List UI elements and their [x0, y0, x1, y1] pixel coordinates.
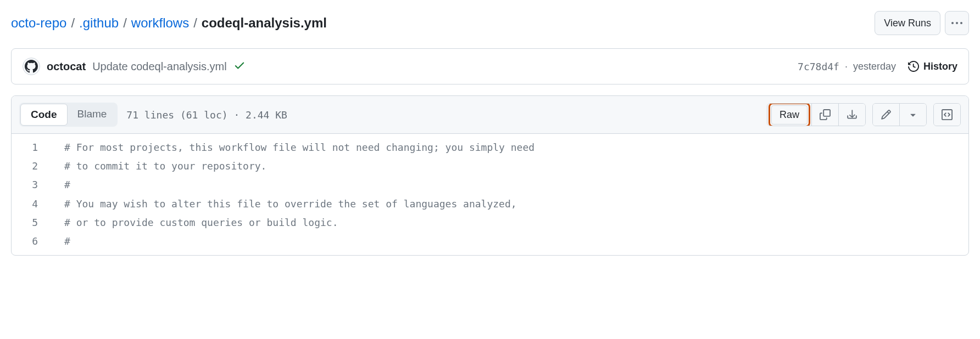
- octocat-icon: [25, 60, 38, 73]
- breadcrumb-separator: /: [121, 15, 129, 31]
- line-number[interactable]: 2: [12, 157, 55, 176]
- line-number[interactable]: 3: [12, 176, 55, 194]
- copy-icon: [820, 109, 831, 120]
- code-symbols-icon: [942, 109, 953, 120]
- breadcrumb: octo-repo / .github / workflows / codeql…: [11, 15, 327, 31]
- code-blame-tabs: Code Blame: [19, 103, 118, 127]
- page-header: octo-repo / .github / workflows / codeql…: [11, 11, 969, 35]
- breadcrumb-repo[interactable]: octo-repo: [11, 15, 66, 31]
- tab-code[interactable]: Code: [20, 104, 68, 126]
- raw-highlight-outline: Raw: [769, 103, 810, 126]
- line-content: # For most projects, this workflow file …: [55, 138, 534, 157]
- file-toolbar: Code Blame 71 lines (61 loc) · 2.44 KB R…: [12, 96, 968, 134]
- code-line: 5# or to provide custom queries or build…: [12, 213, 968, 232]
- raw-copy-download-group: Raw: [767, 103, 866, 126]
- symbols-button[interactable]: [934, 104, 960, 126]
- edit-button[interactable]: [873, 104, 900, 126]
- file-view: Code Blame 71 lines (61 loc) · 2.44 KB R…: [11, 95, 969, 256]
- raw-button[interactable]: Raw: [771, 105, 808, 125]
- commit-message[interactable]: Update codeql-analysis.yml: [92, 60, 227, 73]
- download-icon: [847, 109, 858, 120]
- tab-blame[interactable]: Blame: [68, 104, 117, 126]
- line-number[interactable]: 1: [12, 138, 55, 157]
- breadcrumb-separator: /: [69, 15, 77, 31]
- code-line: 6#: [12, 232, 968, 251]
- latest-commit-box: octocat Update codeql-analysis.yml 7c78d…: [11, 48, 969, 84]
- commit-meta: 7c78d4f · yesterday History: [798, 61, 957, 72]
- line-content: #: [55, 232, 70, 251]
- line-number[interactable]: 4: [12, 195, 55, 213]
- code-line: 1# For most projects, this workflow file…: [12, 138, 968, 157]
- commit-info: octocat Update codeql-analysis.yml: [23, 58, 246, 75]
- line-number[interactable]: 6: [12, 232, 55, 251]
- breadcrumb-current: codeql-analysis.yml: [202, 15, 327, 31]
- breadcrumb-workflows[interactable]: workflows: [131, 15, 189, 31]
- raw-button-wrapper: Raw: [767, 104, 812, 126]
- commit-author[interactable]: octocat: [47, 60, 86, 73]
- history-icon: [908, 61, 919, 72]
- code-line: 2# to commit it to your repository.: [12, 157, 968, 176]
- pencil-icon: [881, 109, 892, 120]
- symbols-group: [933, 103, 961, 126]
- header-actions: View Runs: [875, 11, 969, 35]
- edit-dropdown[interactable]: [900, 104, 926, 126]
- commit-sha[interactable]: 7c78d4f: [798, 61, 839, 72]
- kebab-icon: [951, 22, 962, 24]
- history-label: History: [923, 61, 957, 72]
- line-number[interactable]: 5: [12, 213, 55, 232]
- history-link[interactable]: History: [908, 61, 957, 72]
- status-check-icon[interactable]: [233, 59, 246, 74]
- line-content: # to commit it to your repository.: [55, 157, 266, 176]
- code-line: 3#: [12, 176, 968, 194]
- copy-button[interactable]: [812, 104, 839, 126]
- more-options-button[interactable]: [945, 11, 969, 35]
- code-content: 1# For most projects, this workflow file…: [12, 134, 968, 255]
- line-content: # or to provide custom queries or build …: [55, 213, 338, 232]
- edit-group: [872, 103, 927, 126]
- code-line: 4# You may wish to alter this file to ov…: [12, 195, 968, 213]
- dot-separator: ·: [845, 61, 848, 72]
- download-button[interactable]: [839, 104, 865, 126]
- chevron-down-icon: [907, 109, 918, 120]
- file-info: 71 lines (61 loc) · 2.44 KB: [126, 109, 287, 121]
- avatar[interactable]: [23, 58, 40, 75]
- breadcrumb-github[interactable]: .github: [79, 15, 119, 31]
- breadcrumb-separator: /: [191, 15, 199, 31]
- line-content: # You may wish to alter this file to ove…: [55, 195, 517, 213]
- toolbar-left: Code Blame 71 lines (61 loc) · 2.44 KB: [19, 103, 287, 127]
- view-runs-button[interactable]: View Runs: [875, 11, 940, 35]
- commit-time: yesterday: [853, 61, 896, 72]
- line-content: #: [55, 176, 70, 194]
- toolbar-right: Raw: [767, 103, 961, 126]
